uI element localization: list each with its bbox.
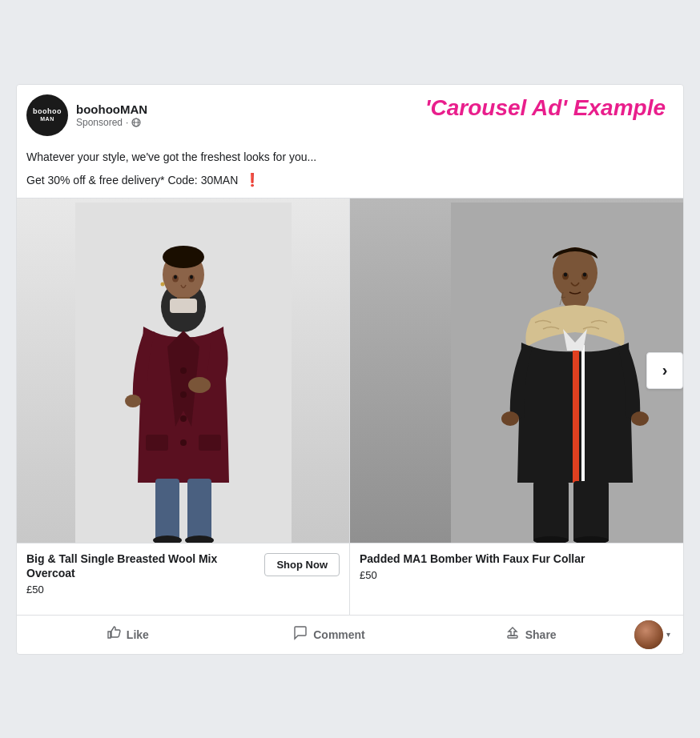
sponsored-separator: · [126,117,128,128]
product-figure-1 [75,203,292,543]
avatar-wrapper[interactable]: ▾ [631,617,674,652]
product-footer-row-1: Big & Tall Single Breasted Wool Mix Over… [26,551,340,596]
svg-point-31 [501,411,519,426]
ad-body-text-line1: Whatever your style, we've got the fresh… [17,142,683,169]
globe-icon [131,118,141,127]
svg-rect-16 [187,479,211,541]
ad-container: boohoo MAN boohooMAN Sponsored · [16,84,684,655]
carousel-wrapper: Big & Tall Single Breasted Wool Mix Over… [17,198,683,615]
comment-icon [292,624,308,644]
svg-point-10 [180,391,187,398]
product-img-bg-1 [17,199,349,543]
share-label: Share [525,628,557,641]
product-image-2[interactable]: › [350,199,683,543]
product-footer-1: Big & Tall Single Breasted Wool Mix Over… [17,543,349,615]
product-footer-2: Padded MA1 Bomber With Faux Fur Collar £… [350,543,683,615]
product-img-bg-2 [350,199,683,543]
svg-point-12 [180,439,187,446]
share-button[interactable]: Share [429,618,631,651]
share-icon [505,624,521,644]
user-avatar[interactable] [634,620,663,649]
svg-point-40 [583,272,586,276]
logo-text-bottom: MAN [40,116,54,122]
ad-header: boohoo MAN boohooMAN Sponsored · [17,85,683,142]
svg-point-25 [160,282,164,286]
svg-rect-29 [573,345,579,483]
brand-logo[interactable]: boohoo MAN [26,94,68,136]
svg-point-32 [631,411,649,426]
product-title-1: Big & Tall Single Breasted Wool Mix Over… [26,551,264,580]
svg-rect-34 [573,481,609,542]
svg-point-13 [188,377,211,393]
svg-point-24 [190,275,193,279]
like-button[interactable]: Like [26,618,228,651]
svg-rect-30 [581,345,585,483]
like-icon [106,624,122,644]
carousel-item-2: › Padded MA1 Bomber With Faux Fur Collar… [350,199,683,615]
svg-point-6 [163,246,204,268]
svg-rect-19 [146,435,168,451]
avatar-image [634,620,663,649]
ad-promo-text: Get 30% off & free delivery* Code: 30MAN… [17,169,683,198]
sponsored-row: Sponsored · [76,117,147,128]
svg-rect-8 [170,299,197,313]
product-image-1[interactable] [17,199,349,543]
comment-button[interactable]: Comment [228,618,430,651]
product-info-1: Big & Tall Single Breasted Wool Mix Over… [26,551,264,596]
svg-point-9 [180,367,187,374]
comment-label: Comment [313,628,365,641]
brand-row: boohoo MAN boohooMAN Sponsored · [26,94,147,136]
carousel-item-1: Big & Tall Single Breasted Wool Mix Over… [17,199,350,615]
product-price-1: £50 [26,584,264,596]
svg-point-11 [180,415,187,422]
sponsored-label: Sponsored [76,117,123,128]
svg-rect-20 [199,435,221,451]
ad-actions-bar: Like Comment Share ▾ [17,615,683,654]
svg-point-23 [174,275,177,279]
brand-info: boohooMAN Sponsored · [76,102,147,129]
product-title-2: Padded MA1 Bomber With Faux Fur Collar [360,551,674,566]
exclamation-icon: ❗ [244,173,260,187]
carousel-ad-title: 'Carousel Ad' Example [416,94,675,122]
avatar-dropdown-caret[interactable]: ▾ [666,630,670,639]
svg-rect-15 [155,479,179,541]
product-info-2: Padded MA1 Bomber With Faux Fur Collar £… [360,551,674,581]
svg-rect-41 [508,636,517,638]
like-label: Like [127,628,149,641]
shop-now-button-1[interactable]: Shop Now [264,553,340,576]
carousel-next-button[interactable]: › [646,352,683,389]
promo-code-text: Get 30% off & free delivery* Code: 30MAN [26,174,238,187]
svg-rect-33 [533,481,569,542]
svg-point-39 [564,272,567,276]
brand-name[interactable]: boohooMAN [76,102,147,118]
product-price-2: £50 [360,569,674,581]
logo-text-top: boohoo [33,107,62,116]
svg-point-14 [125,395,141,407]
